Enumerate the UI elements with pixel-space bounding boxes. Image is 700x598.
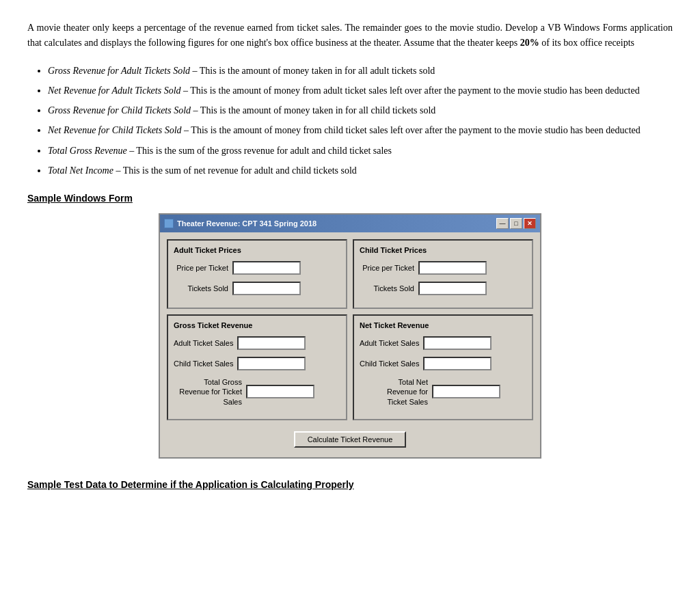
- list-item: Gross Revenue for Adult Tickets Sold – T…: [48, 62, 673, 79]
- list-item-italic: Gross Revenue for Child Tickets Sold: [48, 105, 191, 115]
- list-item: Gross Revenue for Child Tickets Sold – T…: [48, 102, 673, 119]
- app-icon: [164, 219, 174, 228]
- net-adult-row: Adult Ticket Sales: [360, 336, 526, 350]
- adult-price-row: Price per Ticket: [174, 261, 340, 275]
- sample-windows-form-heading: Sample Windows Form: [27, 193, 673, 204]
- maximize-button[interactable]: □: [510, 218, 522, 229]
- list-item-italic: Net Revenue for Child Tickets Sold: [48, 125, 182, 135]
- net-child-row: Child Ticket Sales: [360, 357, 526, 370]
- list-item-italic: Total Net Income: [48, 165, 113, 176]
- gross-total-label: Total GrossRevenue for TicketSales: [174, 377, 242, 407]
- calculate-row: Calculate Ticket Revenue: [167, 426, 533, 450]
- bullet-list: Gross Revenue for Adult Tickets Sold – T…: [48, 62, 673, 179]
- window-controls[interactable]: — □ ✕: [496, 218, 536, 229]
- list-item-italic: Total Gross Revenue: [48, 146, 127, 156]
- sample-test-data-heading: Sample Test Data to Determine if the App…: [27, 479, 673, 490]
- intro-paragraph: A movie theater only keeps a percentage …: [27, 21, 673, 51]
- adult-tickets-label: Tickets Sold: [174, 284, 228, 293]
- adult-tickets-input[interactable]: [232, 282, 301, 295]
- top-panels-row: Adult Ticket Prices Price per Ticket Tic…: [167, 239, 533, 309]
- gross-adult-row: Adult Ticket Sales: [174, 336, 340, 350]
- net-adult-label: Adult Ticket Sales: [360, 339, 419, 347]
- titlebar-left: Theater Revenue: CPT 341 Spring 2018: [164, 219, 317, 228]
- calculate-button[interactable]: Calculate Ticket Revenue: [294, 431, 407, 448]
- net-total-label: Total NetRevenue forTicket Sales: [360, 377, 428, 407]
- windows-form: Theater Revenue: CPT 341 Spring 2018 — □…: [159, 213, 541, 459]
- adult-prices-panel: Adult Ticket Prices Price per Ticket Tic…: [167, 239, 347, 309]
- net-revenue-panel: Net Ticket Revenue Adult Ticket Sales Ch…: [353, 314, 533, 420]
- gross-total-row: Total GrossRevenue for TicketSales: [174, 377, 340, 407]
- list-item: Net Revenue for Child Tickets Sold – Thi…: [48, 122, 673, 139]
- bottom-panels-row: Gross Ticket Revenue Adult Ticket Sales …: [167, 314, 533, 420]
- child-tickets-input[interactable]: [418, 282, 487, 295]
- net-total-input[interactable]: [432, 385, 500, 398]
- list-item: Net Revenue for Adult Tickets Sold – Thi…: [48, 82, 673, 99]
- adult-price-input[interactable]: [232, 261, 301, 275]
- child-price-label: Price per Ticket: [360, 264, 414, 272]
- window-title: Theater Revenue: CPT 341 Spring 2018: [177, 219, 317, 228]
- minimize-button[interactable]: —: [496, 218, 509, 229]
- form-container: Theater Revenue: CPT 341 Spring 2018 — □…: [27, 213, 673, 459]
- gross-child-row: Child Ticket Sales: [174, 357, 340, 370]
- close-button[interactable]: ✕: [524, 218, 536, 229]
- gross-child-input[interactable]: [237, 357, 306, 370]
- child-price-row: Price per Ticket: [360, 261, 526, 275]
- form-body: Adult Ticket Prices Price per Ticket Tic…: [160, 232, 540, 457]
- gross-adult-label: Adult Ticket Sales: [174, 339, 233, 347]
- list-item-italic: Net Revenue for Adult Tickets Sold: [48, 85, 181, 96]
- gross-child-label: Child Ticket Sales: [174, 359, 233, 368]
- child-tickets-label: Tickets Sold: [360, 284, 414, 293]
- list-item-italic: Gross Revenue for Adult Tickets Sold: [48, 66, 190, 76]
- net-revenue-title: Net Ticket Revenue: [360, 321, 526, 329]
- child-prices-title: Child Ticket Prices: [360, 246, 526, 254]
- child-prices-panel: Child Ticket Prices Price per Ticket Tic…: [353, 239, 533, 309]
- gross-revenue-panel: Gross Ticket Revenue Adult Ticket Sales …: [167, 314, 347, 420]
- child-price-input[interactable]: [418, 261, 487, 275]
- adult-price-label: Price per Ticket: [174, 264, 228, 272]
- list-item: Total Net Income – This is the sum of ne…: [48, 162, 673, 179]
- list-item: Total Gross Revenue – This is the sum of…: [48, 142, 673, 159]
- net-child-label: Child Ticket Sales: [360, 359, 419, 368]
- gross-total-input[interactable]: [246, 385, 314, 398]
- adult-prices-title: Adult Ticket Prices: [174, 246, 340, 254]
- net-adult-input[interactable]: [423, 336, 492, 350]
- net-total-row: Total NetRevenue forTicket Sales: [360, 377, 526, 407]
- adult-tickets-row: Tickets Sold: [174, 282, 340, 295]
- gross-adult-input[interactable]: [237, 336, 306, 350]
- gross-revenue-title: Gross Ticket Revenue: [174, 321, 340, 329]
- net-child-input[interactable]: [423, 357, 492, 370]
- child-tickets-row: Tickets Sold: [360, 282, 526, 295]
- titlebar: Theater Revenue: CPT 341 Spring 2018 — □…: [160, 215, 540, 232]
